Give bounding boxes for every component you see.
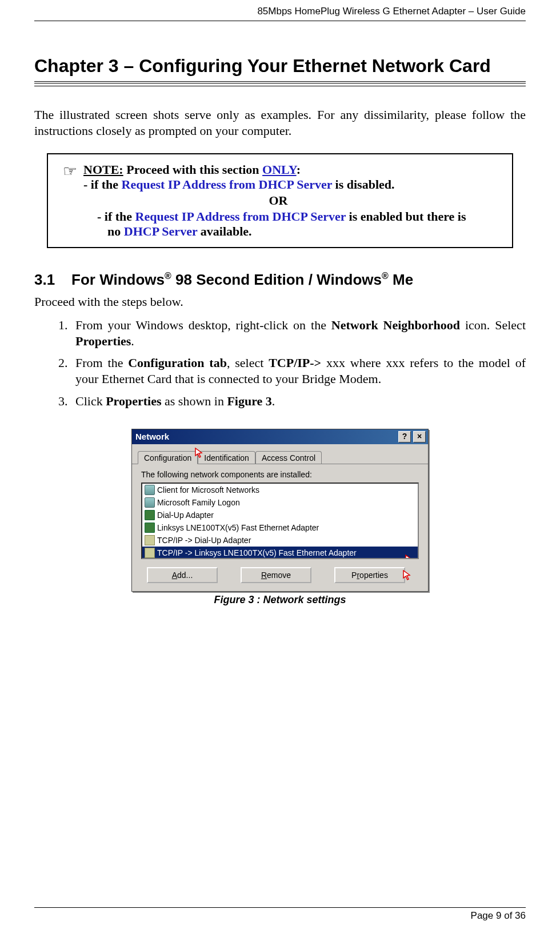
components-listbox[interactable]: Client for Microsoft Networks Microsoft … bbox=[141, 483, 419, 559]
list-item[interactable]: Microsoft Family Logon bbox=[142, 496, 418, 509]
note-line1-emph: Request IP Address from DHCP Server bbox=[122, 177, 333, 192]
note-line3: no DHCP Server available. bbox=[107, 224, 501, 239]
note-label: NOTE: bbox=[83, 162, 123, 177]
note-lead: Proceed with this section bbox=[123, 162, 262, 177]
step3-d: Figure 3 bbox=[227, 394, 271, 408]
cursor-icon bbox=[405, 555, 415, 559]
registered-mark-1: ® bbox=[165, 271, 171, 281]
section-num: 3.1 bbox=[34, 271, 55, 288]
note-line3-post: available. bbox=[197, 224, 251, 238]
list-item-label: TCP/IP -> Dial-Up Adapter bbox=[157, 536, 251, 545]
add-label: dd... bbox=[177, 571, 193, 580]
note-line1: - if the Request IP Address from DHCP Se… bbox=[83, 177, 501, 192]
network-dialog: Network ? × Configuration Identification… bbox=[131, 429, 429, 592]
remove-button[interactable]: Remove bbox=[241, 567, 311, 583]
client-icon bbox=[145, 485, 155, 495]
cursor-icon bbox=[403, 570, 413, 580]
chapter-title: Chapter 3 – Configuring Your Ethernet Ne… bbox=[34, 55, 526, 77]
step1-c: icon. Select bbox=[460, 318, 526, 332]
step2-d: TCP/IP-> bbox=[269, 356, 321, 370]
step3-e: . bbox=[272, 394, 275, 408]
footer-rule bbox=[34, 907, 526, 908]
tab-access-control[interactable]: Access Control bbox=[255, 451, 322, 464]
page-number: Page 9 of 36 bbox=[34, 910, 526, 922]
adapter-icon bbox=[145, 523, 155, 533]
step-3: Click Properties as shown in Figure 3. bbox=[71, 393, 526, 409]
note-box: ☞ NOTE: Proceed with this section ONLY: … bbox=[47, 153, 513, 248]
add-mnemonic: A bbox=[172, 571, 177, 580]
properties-button[interactable]: PProperopertiesrties bbox=[334, 567, 405, 583]
client-icon bbox=[145, 497, 155, 508]
list-item[interactable]: Dial-Up Adapter bbox=[142, 509, 418, 521]
tab-configuration[interactable]: Configuration bbox=[138, 451, 198, 464]
section-title-c: Me bbox=[389, 271, 413, 288]
note-line2: - if the Request IP Address from DHCP Se… bbox=[97, 209, 501, 224]
list-item-label: TCP/IP -> Linksys LNE100TX(v5) Fast Ethe… bbox=[157, 548, 357, 557]
step2-a: From the bbox=[75, 356, 128, 370]
remove-label: emove bbox=[267, 571, 291, 580]
tabs-row: Configuration Identification Access Cont… bbox=[132, 444, 428, 464]
figure-caption: Figure 3 : Network settings bbox=[131, 594, 429, 606]
note-line2-pre: - if the bbox=[97, 209, 135, 224]
note-line2-emph: Request IP Address from DHCP Server bbox=[135, 209, 346, 224]
protocol-icon bbox=[145, 548, 155, 558]
section-title-a: For Windows bbox=[71, 271, 165, 288]
add-button[interactable]: Add... bbox=[147, 567, 218, 583]
header-doc-title: 85Mbps HomePlug Wireless G Ethernet Adap… bbox=[34, 6, 526, 17]
titlebar: Network ? × bbox=[132, 429, 428, 444]
note-colon: : bbox=[297, 162, 301, 177]
section-heading: 3.1 For Windows® 98 Second Edition / Win… bbox=[34, 271, 526, 289]
list-item-label: Microsoft Family Logon bbox=[157, 498, 240, 507]
cursor-icon bbox=[195, 448, 205, 458]
note-line3-pre: no bbox=[107, 224, 124, 238]
note-line1-post: is disabled. bbox=[332, 177, 394, 192]
list-item-label: Client for Microsoft Networks bbox=[157, 485, 259, 495]
figure-3: Network ? × Configuration Identification… bbox=[131, 429, 429, 606]
registered-mark-2: ® bbox=[382, 271, 389, 281]
steps-list: From your Windows desktop, right-click o… bbox=[34, 317, 526, 409]
hand-icon: ☞ bbox=[56, 162, 83, 180]
note-line1-pre: - if the bbox=[83, 177, 122, 192]
list-item-selected[interactable]: TCP/IP -> Linksys LNE100TX(v5) Fast Ethe… bbox=[142, 547, 418, 559]
list-item[interactable]: TCP/IP -> Dial-Up Adapter bbox=[142, 534, 418, 547]
list-item[interactable]: Linksys LNE100TX(v5) Fast Ethernet Adapt… bbox=[142, 521, 418, 534]
step2-c: , select bbox=[227, 356, 269, 370]
step-2: From the Configuration tab, select TCP/I… bbox=[71, 355, 526, 387]
list-item-label: Dial-Up Adapter bbox=[157, 511, 214, 520]
section-title-b: 98 Second Edition / Windows bbox=[171, 271, 382, 288]
close-button[interactable]: × bbox=[413, 431, 426, 442]
list-item-label: Linksys LNE100TX(v5) Fast Ethernet Adapt… bbox=[157, 523, 319, 532]
note-line2-mid: is enabled but there is bbox=[346, 209, 466, 224]
step1-a: From your Windows desktop, right-click o… bbox=[75, 318, 331, 332]
components-label: The following network components are ins… bbox=[141, 470, 419, 479]
adapter-icon bbox=[145, 510, 155, 520]
step1-d: Properties bbox=[75, 334, 131, 348]
protocol-icon bbox=[145, 535, 155, 545]
step3-b: Properties bbox=[106, 394, 161, 408]
chapter-underline bbox=[34, 81, 526, 86]
footer: Page 9 of 36 bbox=[34, 903, 526, 922]
step3-c: as shown in bbox=[162, 394, 227, 408]
step2-b: Configuration tab bbox=[128, 356, 227, 370]
note-line3-emph: DHCP Server bbox=[124, 224, 198, 238]
tab-identification[interactable]: Identification bbox=[198, 451, 255, 464]
list-item[interactable]: Client for Microsoft Networks bbox=[142, 484, 418, 496]
step3-a: Click bbox=[75, 394, 106, 408]
step-1: From your Windows desktop, right-click o… bbox=[71, 317, 526, 349]
step1-e: . bbox=[131, 334, 134, 348]
header-rule bbox=[34, 21, 526, 21]
window-title: Network bbox=[135, 432, 396, 441]
note-only: ONLY bbox=[262, 162, 297, 177]
step1-b: Network Neighborhood bbox=[331, 318, 460, 332]
proceed-text: Proceed with the steps below. bbox=[34, 294, 526, 309]
intro-paragraph: The illustrated screen shots serve only … bbox=[34, 107, 526, 138]
help-button[interactable]: ? bbox=[398, 431, 411, 442]
remove-mnemonic: R bbox=[261, 571, 267, 580]
note-or: OR bbox=[56, 193, 501, 208]
